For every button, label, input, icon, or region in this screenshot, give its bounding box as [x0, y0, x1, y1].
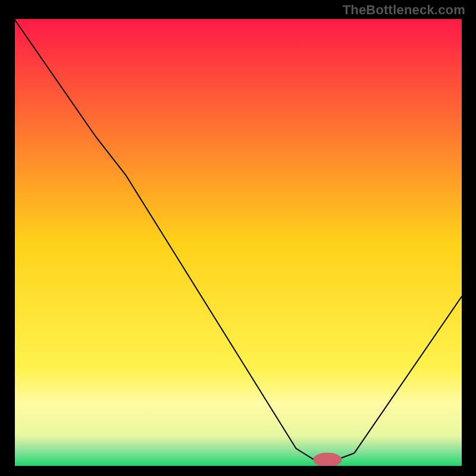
- chart-marker: [313, 453, 342, 466]
- watermark-label: TheBottleneck.com: [343, 2, 465, 18]
- chart-plot: [14, 19, 462, 466]
- chart-stage: TheBottleneck.com: [0, 0, 476, 476]
- chart-background: [14, 19, 462, 466]
- chart-svg: [14, 19, 462, 466]
